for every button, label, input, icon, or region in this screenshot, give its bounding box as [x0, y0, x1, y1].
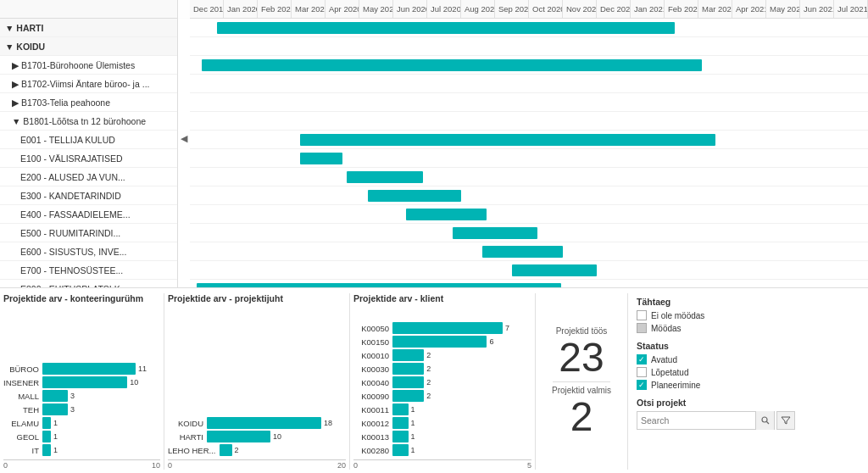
gantt-label-row-12[interactable]: E600 - SISUSTUS, INVE... — [0, 242, 177, 261]
gantt-label-row-14[interactable]: E800 - EHITUSPLATSI K... — [0, 280, 177, 287]
search-filter-button[interactable] — [776, 411, 795, 430]
gantt-left-nav[interactable]: ◀ — [178, 0, 190, 277]
bar-container: 1 — [42, 431, 160, 442]
bar-value: 2 — [426, 364, 431, 373]
bar-value: 11 — [138, 364, 147, 373]
chart2-title: Projektide arv - projektijuht — [168, 293, 346, 303]
gantt-section: ▼ HARTI▼ KOIDU▶ B1701-Bürohoone Ülemiste… — [0, 0, 868, 288]
timeline-month-3: Mar 2020 — [292, 0, 326, 19]
legend-avatud-checkbox[interactable] — [637, 354, 647, 364]
bar-fill — [392, 363, 424, 375]
bar-value: 1 — [53, 432, 58, 441]
bar-row: K000111 — [353, 403, 531, 415]
gantt-label-row-8[interactable]: E200 - ALUSED JA VUN... — [0, 168, 177, 186]
gantt-label-row-9[interactable]: E300 - KANDETARINDID — [0, 186, 177, 205]
chart2-bars: KOIDU18HARTI10LEHO HER...2 — [168, 307, 346, 458]
bar-value: 2 — [426, 378, 431, 387]
search-button[interactable] — [755, 411, 774, 430]
bar-container: 2 — [220, 444, 347, 456]
legend-planeerimine-checkbox[interactable] — [637, 380, 647, 390]
gantt-bar-row-4 — [190, 93, 868, 112]
chart2-axis: 0 20 — [168, 459, 346, 470]
bar-label: INSENER — [3, 378, 39, 387]
search-icon — [761, 416, 770, 425]
bar-label: K00030 — [353, 364, 389, 374]
legend-ei-ole-checkbox[interactable] — [637, 310, 647, 320]
bar-row: K000902 — [353, 390, 531, 402]
bottom-section: Projektide arv - konteeringurühm BÜROO11… — [0, 288, 868, 473]
bar-value: 18 — [324, 419, 332, 427]
timeline-month-17: May 2021 — [766, 0, 800, 19]
bar-fill — [207, 417, 321, 429]
projects-working-value: 23 — [559, 337, 604, 378]
chart-klient: Projektide arv - klient K000507K001506K0… — [353, 293, 531, 470]
gantt-bar-12 — [482, 246, 563, 258]
legend-avatud: Avatud — [637, 354, 795, 364]
gantt-label-row-13[interactable]: E700 - TEHNOSÜSTEE... — [0, 261, 177, 280]
timeline-month-6: Jun 2020 — [393, 0, 427, 19]
bar-label: K00280 — [353, 446, 389, 455]
timeline-month-18: Jun 2021 — [800, 0, 834, 19]
gantt-bar-rows — [178, 19, 868, 287]
gantt-label-row-1[interactable]: ▼ KOIDU — [0, 37, 177, 56]
gantt-label-row-0[interactable]: ▼ HARTI — [0, 19, 177, 37]
gantt-label-row-7[interactable]: E100 - VÄLISRAJATISED — [0, 149, 177, 168]
timeline-month-19: Jul 2021 — [834, 0, 868, 19]
bar-fill — [392, 322, 503, 334]
chart1-axis-min: 0 — [3, 461, 8, 470]
legend-lopetatud-checkbox[interactable] — [637, 367, 647, 377]
bar-container: 1 — [392, 417, 531, 429]
bar-label: K00012 — [353, 419, 389, 428]
stats-panel: Projektid töös 23 Projektid valmis 2 — [539, 293, 624, 470]
bar-value: 3 — [70, 405, 75, 414]
svg-point-0 — [762, 417, 767, 422]
gantt-label-row-4[interactable]: ▶ B1703-Telia peahoone — [0, 93, 177, 112]
bar-value: 1 — [411, 405, 415, 414]
chart3-axis-max: 5 — [527, 461, 531, 470]
bar-container: 6 — [392, 336, 531, 348]
search-input[interactable] — [637, 415, 755, 426]
bar-container: 10 — [42, 376, 160, 388]
bar-value: 1 — [53, 446, 58, 454]
bar-value: 1 — [411, 419, 415, 427]
legend-moodas: Möödas — [637, 323, 795, 333]
bar-label: GEOL — [3, 432, 39, 442]
bar-row: INSENER10 — [3, 376, 160, 388]
gantt-bar-row-14 — [190, 280, 868, 287]
bar-label: K00013 — [353, 432, 389, 442]
bar-fill — [392, 417, 409, 429]
gantt-label-row-10[interactable]: E400 - FASSAADIELEME... — [0, 205, 177, 224]
search-row — [637, 411, 795, 430]
bar-fill — [220, 444, 232, 456]
timeline-month-0: Dec 2019 — [190, 0, 224, 19]
gantt-label-row-2[interactable]: ▶ B1701-Bürohoone Ülemistes — [0, 56, 177, 75]
gantt-chart-area[interactable]: ◀ Dec 2019Jan 2020Feb 2020Mar 2020Apr 20… — [178, 0, 868, 287]
bar-row: K000102 — [353, 349, 531, 361]
chart3-axis: 0 5 — [353, 459, 531, 470]
gantt-bar-6 — [300, 134, 715, 146]
bar-container: 7 — [392, 322, 531, 334]
bar-label: IT — [3, 446, 39, 455]
search-box — [637, 411, 775, 430]
filter-icon — [781, 415, 791, 426]
gantt-label-row-5[interactable]: ▼ B1801-Lõõtsa tn 12 bürohoone — [0, 112, 177, 131]
timeline-month-16: Apr 2021 — [732, 0, 766, 19]
bar-container: 2 — [392, 390, 531, 402]
bar-label: BÜROO — [3, 364, 39, 374]
legend-moodas-checkbox[interactable] — [637, 323, 647, 333]
bar-value: 2 — [235, 446, 239, 454]
gantt-label-row-11[interactable]: E500 - RUUMITARINDI... — [0, 224, 177, 242]
bar-fill — [392, 349, 424, 361]
gantt-timeline-header: Dec 2019Jan 2020Feb 2020Mar 2020Apr 2020… — [178, 0, 868, 19]
bar-container: 2 — [392, 363, 531, 375]
gantt-label-row-6[interactable]: E001 - TELLIJA KULUD — [0, 131, 177, 149]
timeline-month-12: Dec 2020 — [597, 0, 631, 19]
gantt-bar-11 — [453, 227, 537, 239]
timeline-month-9: Sep 2020 — [495, 0, 529, 19]
bar-label: LEHO HER... — [168, 446, 216, 455]
timeline-month-4: Apr 2020 — [326, 0, 359, 19]
bar-container: 18 — [207, 417, 346, 429]
gantt-bar-row-3 — [190, 75, 868, 93]
bar-fill — [42, 376, 127, 388]
gantt-label-row-3[interactable]: ▶ B1702-Viimsi Äntare büroo- ja ... — [0, 75, 177, 93]
